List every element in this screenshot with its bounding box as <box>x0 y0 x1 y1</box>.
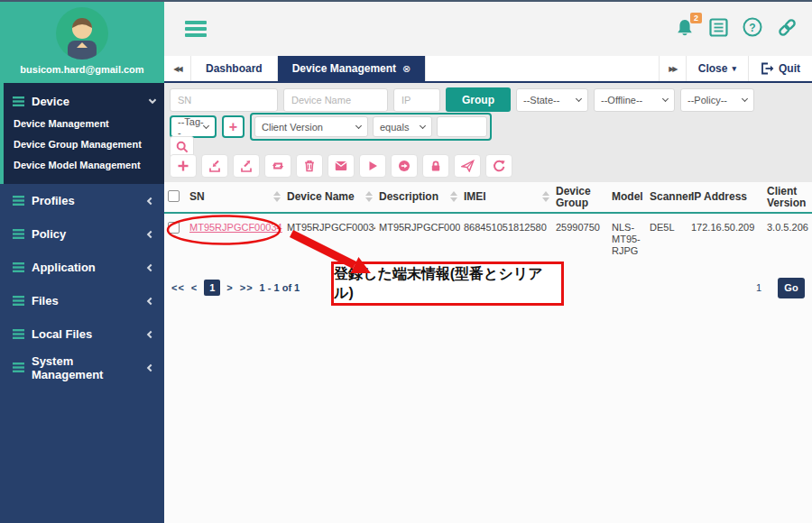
close-tabs-button[interactable]: Close ▾ <box>686 56 748 81</box>
sidebar-item-profiles[interactable]: Profiles <box>0 184 164 217</box>
cell-client-version: 3.0.5.206 <box>763 213 812 263</box>
sidebar-toggle-icon[interactable] <box>185 21 207 37</box>
state-select-value: --State-- <box>523 95 559 106</box>
group-button[interactable]: Group <box>446 87 511 112</box>
quit-button[interactable]: Quit <box>748 56 812 81</box>
close-label: Close <box>698 62 728 75</box>
export-button[interactable] <box>233 154 260 178</box>
start-button[interactable] <box>359 154 386 178</box>
tab-dashboard[interactable]: Dashboard <box>191 56 278 81</box>
column-header-description[interactable]: Description <box>375 182 460 213</box>
chevron-left-icon <box>147 197 154 204</box>
row-checkbox[interactable] <box>168 222 180 234</box>
topbar: 2 ? <box>164 2 812 56</box>
filter-field-select[interactable]: Client Version <box>254 116 368 137</box>
tabs-scroll-right-button[interactable]: ▶▶ <box>659 56 686 81</box>
tag-select[interactable]: --Tag-- <box>170 115 217 138</box>
offline-select-value: --Offline-- <box>601 95 642 106</box>
go-button[interactable]: Go <box>778 278 805 298</box>
first-page-button[interactable]: << <box>171 282 185 293</box>
share-link-button[interactable] <box>777 17 798 41</box>
table-header-row: SN Device Name Description IMEI Device G… <box>164 182 812 213</box>
refresh-button[interactable] <box>485 154 512 178</box>
device-table: SN Device Name Description IMEI Device G… <box>164 182 812 263</box>
sn-input[interactable] <box>170 88 278 112</box>
sort-icon[interactable] <box>365 191 373 202</box>
add-tag-button[interactable]: + <box>222 115 245 138</box>
last-page-button[interactable]: >> <box>240 282 254 293</box>
column-header-sn[interactable]: SN <box>186 182 283 213</box>
quit-label: Quit <box>779 62 800 75</box>
cell-model: NLS-MT95-RJPG <box>608 213 646 263</box>
sidebar-item-label: Application <box>32 261 96 274</box>
play-icon <box>366 160 379 172</box>
prev-page-button[interactable]: < <box>191 282 198 293</box>
sidebar-item-system-management[interactable]: System Management <box>0 351 164 384</box>
paper-plane-icon <box>461 160 475 172</box>
tab-device-management[interactable]: Device Management ⊗ <box>278 56 427 81</box>
filter-operator-select[interactable]: equals <box>373 116 432 137</box>
sync-button[interactable] <box>264 154 291 178</box>
chevron-down-icon <box>420 123 426 129</box>
delete-button[interactable] <box>296 154 323 178</box>
column-header-imei[interactable]: IMEI <box>460 182 552 213</box>
refresh-icon <box>493 160 505 172</box>
filter-keyword-input[interactable] <box>437 116 487 137</box>
sidebar-item-label: Files <box>32 294 59 307</box>
chevron-down-icon <box>576 96 582 102</box>
sidebar-item-label: Device <box>32 95 69 108</box>
send-message-button[interactable] <box>328 154 355 178</box>
device-name-input[interactable] <box>283 88 388 112</box>
chevron-down-icon <box>355 123 362 129</box>
svg-text:?: ? <box>749 22 755 34</box>
sidebar-item-label: System Management <box>32 354 148 381</box>
policy-select[interactable]: --Policy-- <box>680 88 754 112</box>
notifications-button[interactable]: 2 <box>675 18 695 41</box>
column-header-client-version[interactable]: Client Version <box>763 182 812 213</box>
notification-badge: 2 <box>690 13 702 23</box>
tab-label: Device Management <box>292 62 396 75</box>
sidebar-item-device-model-management[interactable]: Device Model Management <box>14 155 164 176</box>
lock-button[interactable] <box>422 154 449 178</box>
select-all-checkbox[interactable] <box>168 190 180 202</box>
page-jump-value[interactable]: 1 <box>756 282 761 293</box>
push-button[interactable] <box>391 154 418 178</box>
sn-link[interactable]: MT95RJPGCF00034 <box>189 222 282 233</box>
sidebar-item-device[interactable]: Device <box>4 90 164 114</box>
sort-icon[interactable] <box>542 191 549 202</box>
add-device-button[interactable] <box>170 154 197 178</box>
menu-icon <box>13 196 24 206</box>
sidebar-item-device-group-management[interactable]: Device Group Management <box>14 134 164 155</box>
sidebar-item-application[interactable]: Application <box>0 251 164 284</box>
user-email: busicom.hard@gmail.com <box>0 64 164 75</box>
column-header-model[interactable]: Model <box>608 182 646 213</box>
chevron-left-icon <box>147 297 154 304</box>
state-select[interactable]: --State-- <box>516 88 588 112</box>
sidebar-item-label: Policy <box>32 227 66 241</box>
column-label: SN <box>189 190 205 203</box>
import-button[interactable] <box>201 154 228 178</box>
sidebar-item-policy[interactable]: Policy <box>0 217 164 251</box>
send-command-button[interactable] <box>454 154 481 178</box>
log-list-button[interactable] <box>709 18 728 41</box>
help-button[interactable]: ? <box>743 17 762 41</box>
sidebar-item-local-files[interactable]: Local Files <box>0 317 164 351</box>
sidebar-item-files[interactable]: Files <box>0 284 164 317</box>
tab-close-icon[interactable]: ⊗ <box>402 63 411 75</box>
sort-icon[interactable] <box>450 191 457 202</box>
ip-input[interactable] <box>393 88 440 112</box>
column-header-scanner[interactable]: Scanner <box>646 182 687 213</box>
offline-select[interactable]: --Offline-- <box>594 88 675 112</box>
column-header-device-name[interactable]: Device Name <box>283 182 375 213</box>
advanced-filter-group: Client Version equals <box>250 113 492 141</box>
tabs-scroll-left-button[interactable]: ◀◀ <box>164 56 191 81</box>
device-toolbar <box>170 154 512 178</box>
chevron-left-icon <box>147 230 154 237</box>
plus-icon <box>177 160 189 172</box>
sidebar-item-device-management[interactable]: Device Management <box>14 114 164 134</box>
column-header-device-group[interactable]: Device Group <box>552 182 608 213</box>
sort-icon[interactable] <box>273 191 281 202</box>
current-page-button[interactable]: 1 <box>204 280 220 296</box>
column-header-ip-address[interactable]: IP Address <box>687 182 763 213</box>
next-page-button[interactable]: > <box>226 282 233 293</box>
